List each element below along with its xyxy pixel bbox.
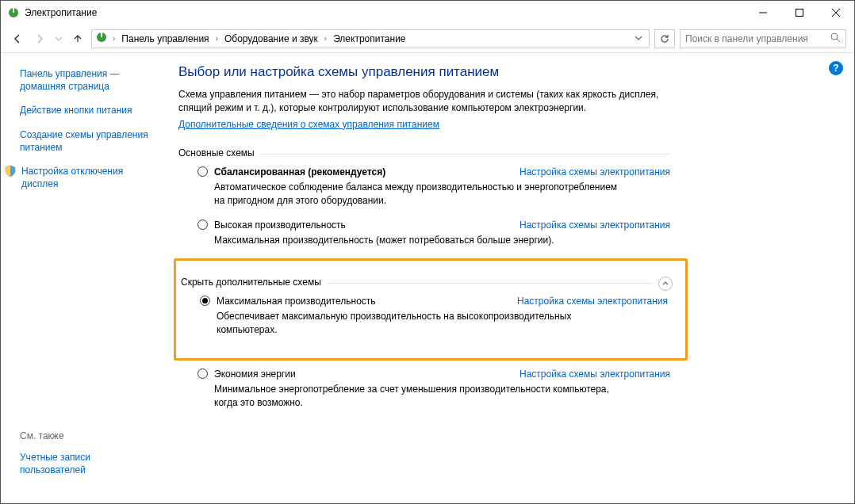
shield-icon bbox=[4, 165, 17, 178]
svg-point-8 bbox=[831, 33, 838, 40]
address-dropdown[interactable] bbox=[631, 33, 646, 44]
body: Панель управления — домашняя страница Де… bbox=[1, 53, 854, 503]
window-title: Электропитание bbox=[25, 7, 745, 18]
plan-name[interactable]: Экономия энергии bbox=[214, 368, 296, 380]
maximize-button[interactable] bbox=[781, 1, 818, 25]
sidebar-create-plan[interactable]: Создание схемы управления питанием bbox=[20, 128, 155, 154]
refresh-button[interactable] bbox=[654, 29, 675, 48]
minimize-button[interactable] bbox=[745, 1, 781, 25]
title-bar: Электропитание bbox=[1, 1, 854, 25]
sidebar-bottom: См. также Учетные записи пользователей bbox=[20, 430, 155, 494]
radio-high[interactable] bbox=[197, 220, 208, 230]
power-options-icon bbox=[7, 6, 20, 19]
address-bar[interactable]: › Панель управления › Оборудование и зву… bbox=[91, 29, 650, 48]
recent-dropdown[interactable] bbox=[53, 30, 64, 48]
plan-desc: Обеспечивает максимальную производительн… bbox=[217, 310, 621, 338]
svg-line-9 bbox=[837, 39, 840, 42]
radio-balanced[interactable] bbox=[197, 166, 208, 177]
nav-bar: › Панель управления › Оборудование и зву… bbox=[1, 25, 854, 53]
back-button[interactable] bbox=[9, 30, 26, 48]
plan-balanced: Сбалансированная (рекомендуется) Настрой… bbox=[178, 166, 670, 208]
sidebar-home[interactable]: Панель управления — домашняя страница bbox=[20, 67, 155, 93]
svg-rect-7 bbox=[101, 32, 102, 37]
change-settings-link[interactable]: Настройка схемы электропитания bbox=[517, 296, 668, 307]
chevron-right-icon[interactable]: › bbox=[323, 34, 328, 43]
see-also-label: См. также bbox=[20, 430, 155, 441]
breadcrumb-page[interactable]: Электропитание bbox=[332, 33, 407, 44]
learn-more-link[interactable]: Дополнительные сведения о схемах управле… bbox=[178, 119, 439, 130]
search-input[interactable]: Поиск в панели управления bbox=[680, 29, 846, 48]
change-settings-link[interactable]: Настройка схемы электропитания bbox=[520, 220, 670, 231]
plan-saver: Экономия энергии Настройка схемы электро… bbox=[178, 368, 670, 410]
radio-saver[interactable] bbox=[197, 368, 208, 379]
sidebar: Панель управления — домашняя страница Де… bbox=[1, 53, 164, 503]
additional-schemes-label: Скрыть дополнительные схемы bbox=[181, 277, 321, 288]
collapse-button[interactable] bbox=[658, 277, 673, 291]
chevron-right-icon[interactable]: › bbox=[214, 34, 220, 43]
change-settings-link[interactable]: Настройка схемы электропитания bbox=[520, 368, 670, 380]
plan-ultimate: Максимальная производительность Настройк… bbox=[176, 296, 668, 338]
plan-name[interactable]: Максимальная производительность bbox=[217, 296, 376, 307]
forward-button[interactable] bbox=[31, 30, 48, 48]
breadcrumb-category[interactable]: Оборудование и звук bbox=[223, 33, 320, 44]
radio-ultimate[interactable] bbox=[200, 296, 210, 306]
plan-desc: Максимальная производительность (может п… bbox=[214, 234, 619, 247]
sidebar-display-off[interactable]: Настройка отключения дисплея bbox=[21, 165, 155, 190]
power-options-icon bbox=[95, 31, 108, 46]
page-description: Схема управления питанием — это набор па… bbox=[178, 88, 670, 116]
help-icon[interactable]: ? bbox=[829, 61, 843, 75]
close-button[interactable] bbox=[818, 1, 854, 25]
svg-rect-1 bbox=[13, 8, 14, 13]
change-settings-link[interactable]: Настройка схемы электропитания bbox=[520, 166, 670, 178]
plan-name[interactable]: Сбалансированная (рекомендуется) bbox=[214, 166, 385, 178]
svg-rect-3 bbox=[796, 10, 803, 17]
additional-schemes-box: Скрыть дополнительные схемы Максимальная… bbox=[174, 258, 688, 361]
up-button[interactable] bbox=[69, 30, 86, 48]
window-controls bbox=[745, 1, 854, 25]
content: ? Выбор или настройка схемы управления п… bbox=[164, 53, 854, 503]
divider bbox=[261, 154, 670, 155]
plan-desc: Минимальное энергопотребление за счет ум… bbox=[214, 383, 619, 410]
search-placeholder: Поиск в панели управления bbox=[685, 33, 808, 44]
plan-desc: Автоматическое соблюдение баланса между … bbox=[214, 181, 619, 208]
chevron-right-icon[interactable]: › bbox=[111, 34, 117, 43]
page-heading: Выбор или настройка схемы управления пит… bbox=[178, 64, 830, 80]
plan-name[interactable]: Высокая производительность bbox=[214, 220, 346, 231]
search-icon bbox=[830, 32, 841, 45]
sidebar-user-accounts[interactable]: Учетные записи пользователей bbox=[20, 451, 155, 476]
divider bbox=[328, 283, 652, 284]
basic-schemes-label: Основные схемы bbox=[178, 147, 255, 158]
plan-high: Высокая производительность Настройка схе… bbox=[178, 220, 670, 247]
breadcrumb-root[interactable]: Панель управления bbox=[120, 33, 210, 44]
sidebar-button-action[interactable]: Действие кнопки питания bbox=[20, 104, 155, 116]
